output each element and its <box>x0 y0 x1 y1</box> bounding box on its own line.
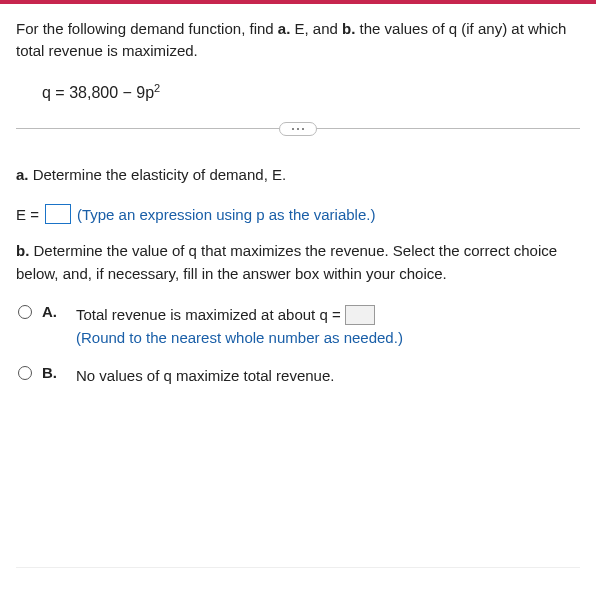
e-equals: E = <box>16 206 39 223</box>
footer-divider <box>16 567 580 568</box>
choice-a-body: Total revenue is maximized at about q = … <box>76 303 403 350</box>
part-a-answer-line: E = (Type an expression using p as the v… <box>16 204 580 224</box>
part-b: b. Determine the value of q that maximiz… <box>16 240 580 285</box>
choice-a-text-before: Total revenue is maximized at about q = <box>76 303 341 326</box>
intro-bold-b: b. <box>342 20 355 37</box>
intro-mid1: E, and <box>290 20 342 37</box>
choice-b-text: No values of q maximize total revenue. <box>76 364 334 387</box>
dot-icon <box>297 128 299 130</box>
radio-b[interactable] <box>18 366 32 380</box>
choice-b: B. No values of q maximize total revenue… <box>18 364 580 387</box>
part-a-label: a. <box>16 166 29 183</box>
part-a-text: Determine the elasticity of demand, E. <box>29 166 287 183</box>
q-value-input[interactable] <box>345 305 375 325</box>
part-b-text: Determine the value of q that maximizes … <box>16 242 557 282</box>
demand-equation: q = 38,800 − 9p2 <box>42 84 580 102</box>
choice-b-label: B. <box>42 364 60 381</box>
part-a: a. Determine the elasticity of demand, E… <box>16 164 580 187</box>
radio-a[interactable] <box>18 305 32 319</box>
choice-a-hint: (Round to the nearest whole number as ne… <box>76 329 403 346</box>
expand-pill[interactable] <box>279 122 317 136</box>
choice-a-label: A. <box>42 303 60 320</box>
dot-icon <box>302 128 304 130</box>
choices-group: A. Total revenue is maximized at about q… <box>16 303 580 387</box>
part-b-label: b. <box>16 242 29 259</box>
content-area: For the following demand function, find … <box>0 4 596 584</box>
equation-exponent: 2 <box>154 81 160 93</box>
intro-prefix: For the following demand function, find <box>16 20 278 37</box>
intro-bold-a: a. <box>278 20 291 37</box>
elasticity-input[interactable] <box>45 204 71 224</box>
dot-icon <box>292 128 294 130</box>
part-a-hint: (Type an expression using p as the varia… <box>77 206 376 223</box>
section-divider <box>16 122 580 136</box>
equation-body: q = 38,800 − 9p <box>42 84 154 101</box>
choice-a: A. Total revenue is maximized at about q… <box>18 303 580 350</box>
question-intro: For the following demand function, find … <box>16 18 580 62</box>
